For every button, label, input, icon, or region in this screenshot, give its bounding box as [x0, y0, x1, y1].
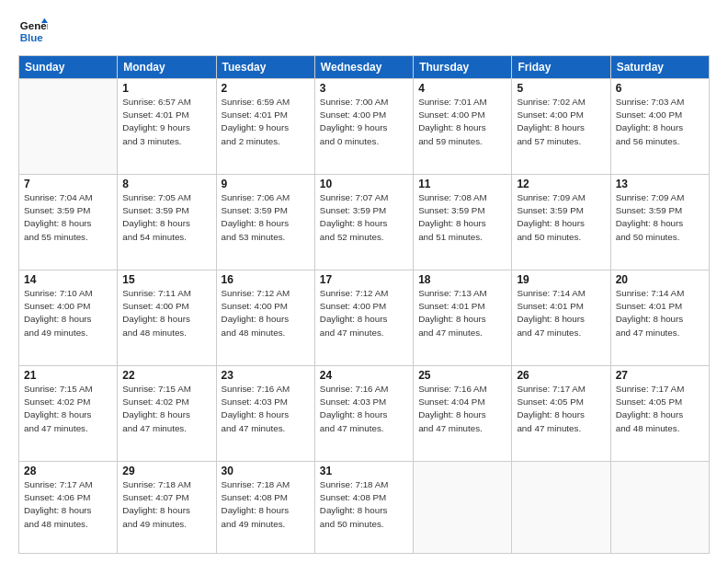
calendar-cell: 1Sunrise: 6:57 AMSunset: 4:01 PMDaylight… — [118, 79, 216, 175]
day-info: Sunrise: 7:17 AMSunset: 4:06 PMDaylight:… — [24, 478, 112, 531]
calendar-cell: 27Sunrise: 7:17 AMSunset: 4:05 PMDayligh… — [610, 366, 709, 462]
calendar-cell: 4Sunrise: 7:01 AMSunset: 4:00 PMDaylight… — [414, 79, 512, 175]
day-info: Sunrise: 6:59 AMSunset: 4:01 PMDaylight:… — [222, 96, 310, 148]
day-number: 7 — [24, 178, 112, 190]
calendar-cell: 20Sunrise: 7:14 AMSunset: 4:01 PMDayligh… — [610, 270, 709, 366]
day-number: 17 — [320, 273, 408, 286]
header: General Blue — [18, 17, 710, 46]
day-number: 11 — [418, 178, 506, 190]
day-info: Sunrise: 7:05 AMSunset: 3:59 PMDaylight:… — [122, 191, 210, 244]
day-number: 26 — [517, 369, 605, 382]
svg-text:Blue: Blue — [20, 32, 44, 43]
day-number: 9 — [222, 178, 310, 190]
day-number: 1 — [122, 82, 210, 95]
day-info: Sunrise: 7:03 AMSunset: 4:00 PMDaylight:… — [616, 96, 704, 148]
day-of-week-header: Friday — [512, 56, 610, 79]
day-number: 3 — [320, 82, 408, 95]
day-number: 10 — [320, 178, 408, 190]
day-info: Sunrise: 7:18 AMSunset: 4:07 PMDaylight:… — [122, 478, 210, 531]
day-info: Sunrise: 7:00 AMSunset: 4:00 PMDaylight:… — [320, 96, 408, 148]
day-number: 18 — [418, 273, 506, 286]
day-info: Sunrise: 7:08 AMSunset: 3:59 PMDaylight:… — [418, 191, 506, 244]
day-info: Sunrise: 7:15 AMSunset: 4:02 PMDaylight:… — [24, 383, 112, 435]
calendar-cell — [610, 462, 709, 554]
calendar-cell: 28Sunrise: 7:17 AMSunset: 4:06 PMDayligh… — [19, 462, 118, 554]
calendar-cell: 31Sunrise: 7:18 AMSunset: 4:08 PMDayligh… — [314, 462, 413, 554]
day-info: Sunrise: 7:13 AMSunset: 4:01 PMDaylight:… — [418, 287, 506, 339]
calendar-cell: 3Sunrise: 7:00 AMSunset: 4:00 PMDaylight… — [314, 79, 413, 175]
calendar-cell: 7Sunrise: 7:04 AMSunset: 3:59 PMDaylight… — [19, 175, 118, 270]
day-info: Sunrise: 7:04 AMSunset: 3:59 PMDaylight:… — [24, 191, 112, 244]
day-info: Sunrise: 7:18 AMSunset: 4:08 PMDaylight:… — [320, 478, 408, 531]
day-info: Sunrise: 7:11 AMSunset: 4:00 PMDaylight:… — [122, 287, 210, 339]
day-number: 28 — [24, 465, 112, 477]
day-info: Sunrise: 7:16 AMSunset: 4:03 PMDaylight:… — [222, 383, 310, 435]
day-number: 14 — [24, 273, 112, 286]
day-number: 4 — [418, 82, 506, 95]
day-info: Sunrise: 7:06 AMSunset: 3:59 PMDaylight:… — [222, 191, 310, 244]
day-number: 12 — [517, 178, 605, 190]
day-info: Sunrise: 7:10 AMSunset: 4:00 PMDaylight:… — [24, 287, 112, 339]
day-info: Sunrise: 7:14 AMSunset: 4:01 PMDaylight:… — [517, 287, 605, 339]
calendar-table: SundayMondayTuesdayWednesdayThursdayFrid… — [18, 55, 710, 554]
day-info: Sunrise: 7:18 AMSunset: 4:08 PMDaylight:… — [222, 478, 310, 531]
day-number: 22 — [122, 369, 210, 382]
day-number: 30 — [222, 465, 310, 477]
day-info: Sunrise: 7:12 AMSunset: 4:00 PMDaylight:… — [320, 287, 408, 339]
day-number: 27 — [616, 369, 704, 382]
calendar-cell: 29Sunrise: 7:18 AMSunset: 4:07 PMDayligh… — [118, 462, 216, 554]
calendar-cell: 6Sunrise: 7:03 AMSunset: 4:00 PMDaylight… — [610, 79, 709, 175]
calendar-cell: 19Sunrise: 7:14 AMSunset: 4:01 PMDayligh… — [512, 270, 610, 366]
calendar-cell: 10Sunrise: 7:07 AMSunset: 3:59 PMDayligh… — [314, 175, 413, 270]
logo: General Blue — [18, 17, 51, 46]
day-of-week-header: Tuesday — [216, 56, 314, 79]
calendar-cell: 25Sunrise: 7:16 AMSunset: 4:04 PMDayligh… — [414, 366, 512, 462]
day-number: 2 — [222, 82, 310, 95]
day-info: Sunrise: 7:09 AMSunset: 3:59 PMDaylight:… — [517, 191, 605, 244]
day-of-week-header: Wednesday — [314, 56, 413, 79]
calendar-cell: 22Sunrise: 7:15 AMSunset: 4:02 PMDayligh… — [118, 366, 216, 462]
day-number: 29 — [122, 465, 210, 477]
day-number: 16 — [222, 273, 310, 286]
calendar-cell: 2Sunrise: 6:59 AMSunset: 4:01 PMDaylight… — [216, 79, 314, 175]
day-of-week-header: Saturday — [610, 56, 709, 79]
logo-icon: General Blue — [18, 17, 48, 46]
calendar-cell: 13Sunrise: 7:09 AMSunset: 3:59 PMDayligh… — [610, 175, 709, 270]
calendar-cell: 12Sunrise: 7:09 AMSunset: 3:59 PMDayligh… — [512, 175, 610, 270]
day-number: 23 — [222, 369, 310, 382]
calendar-cell: 9Sunrise: 7:06 AMSunset: 3:59 PMDaylight… — [216, 175, 314, 270]
day-number: 19 — [517, 273, 605, 286]
calendar-cell: 18Sunrise: 7:13 AMSunset: 4:01 PMDayligh… — [414, 270, 512, 366]
day-of-week-header: Thursday — [414, 56, 512, 79]
day-info: Sunrise: 7:12 AMSunset: 4:00 PMDaylight:… — [222, 287, 310, 339]
day-info: Sunrise: 7:07 AMSunset: 3:59 PMDaylight:… — [320, 191, 408, 244]
day-number: 6 — [616, 82, 704, 95]
calendar-cell: 15Sunrise: 7:11 AMSunset: 4:00 PMDayligh… — [118, 270, 216, 366]
day-info: Sunrise: 7:01 AMSunset: 4:00 PMDaylight:… — [418, 96, 506, 148]
day-of-week-header: Sunday — [19, 56, 118, 79]
day-info: Sunrise: 7:15 AMSunset: 4:02 PMDaylight:… — [122, 383, 210, 435]
day-number: 13 — [616, 178, 704, 190]
day-of-week-header: Monday — [118, 56, 216, 79]
day-number: 8 — [122, 178, 210, 190]
calendar-cell — [414, 462, 512, 554]
calendar-cell: 30Sunrise: 7:18 AMSunset: 4:08 PMDayligh… — [216, 462, 314, 554]
day-info: Sunrise: 7:09 AMSunset: 3:59 PMDaylight:… — [616, 191, 704, 244]
calendar-cell: 14Sunrise: 7:10 AMSunset: 4:00 PMDayligh… — [19, 270, 118, 366]
day-number: 24 — [320, 369, 408, 382]
calendar-cell: 8Sunrise: 7:05 AMSunset: 3:59 PMDaylight… — [118, 175, 216, 270]
day-info: Sunrise: 7:16 AMSunset: 4:03 PMDaylight:… — [320, 383, 408, 435]
calendar-cell: 24Sunrise: 7:16 AMSunset: 4:03 PMDayligh… — [314, 366, 413, 462]
calendar-cell — [512, 462, 610, 554]
calendar-cell: 5Sunrise: 7:02 AMSunset: 4:00 PMDaylight… — [512, 79, 610, 175]
day-info: Sunrise: 7:02 AMSunset: 4:00 PMDaylight:… — [517, 96, 605, 148]
day-info: Sunrise: 7:17 AMSunset: 4:05 PMDaylight:… — [616, 383, 704, 435]
day-info: Sunrise: 7:14 AMSunset: 4:01 PMDaylight:… — [616, 287, 704, 339]
day-info: Sunrise: 7:16 AMSunset: 4:04 PMDaylight:… — [418, 383, 506, 435]
day-number: 21 — [24, 369, 112, 382]
calendar-cell — [19, 79, 118, 175]
day-number: 25 — [418, 369, 506, 382]
calendar-cell: 21Sunrise: 7:15 AMSunset: 4:02 PMDayligh… — [19, 366, 118, 462]
day-number: 5 — [517, 82, 605, 95]
calendar-cell: 26Sunrise: 7:17 AMSunset: 4:05 PMDayligh… — [512, 366, 610, 462]
